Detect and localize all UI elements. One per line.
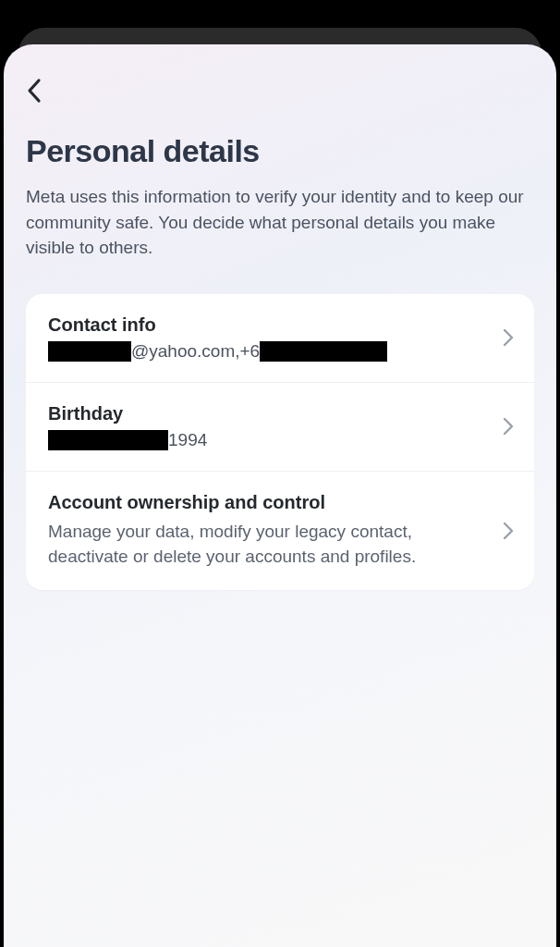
personal-details-sheet: Personal details Meta uses this informat… [4, 44, 556, 947]
contact-info-content: Contact info @yahoo.com, +6 [48, 314, 492, 362]
contact-info-row[interactable]: Contact info @yahoo.com, +6 [26, 294, 534, 383]
chevron-right-icon [503, 328, 514, 347]
account-ownership-row[interactable]: Account ownership and control Manage you… [26, 472, 534, 590]
chevron-right-icon [503, 417, 514, 436]
redacted-block [260, 341, 387, 362]
redacted-block [48, 430, 168, 450]
contact-email-suffix: @yahoo.com, [131, 341, 240, 362]
chevron-right-icon [503, 522, 514, 540]
account-ownership-subtitle: Manage your data, modify your legacy con… [48, 519, 492, 570]
birthday-row[interactable]: Birthday 1994 [26, 383, 534, 472]
chevron-left-icon [26, 78, 44, 104]
account-ownership-content: Account ownership and control Manage you… [48, 492, 492, 570]
contact-phone-prefix: +6 [240, 341, 261, 362]
account-ownership-title: Account ownership and control [48, 492, 492, 513]
birthday-year: 1994 [168, 430, 207, 450]
contact-info-value: @yahoo.com, +6 [48, 341, 492, 362]
birthday-content: Birthday 1994 [48, 403, 492, 450]
contact-info-title: Contact info [48, 314, 492, 336]
redacted-block [48, 341, 131, 362]
back-button[interactable] [26, 72, 63, 109]
birthday-title: Birthday [48, 403, 492, 424]
details-list: Contact info @yahoo.com, +6 Birthday 199… [26, 294, 534, 590]
birthday-value: 1994 [48, 430, 492, 450]
page-subtitle: Meta uses this information to verify you… [26, 184, 534, 261]
page-title: Personal details [26, 133, 534, 169]
